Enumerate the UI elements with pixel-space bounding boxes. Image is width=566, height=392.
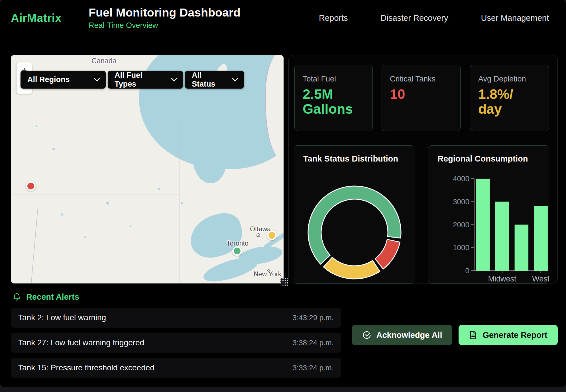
town-symbol-icon [256,233,260,237]
alert-timestamp: 3:33:24 p.m. [292,364,334,372]
stat-value: 10 [390,87,452,102]
stat-value: 2.5M Gallons [303,87,365,117]
stat-label: Total Fuel [303,75,365,83]
map-marker-normal[interactable] [232,246,242,256]
stat-label: Critical Tanks [390,75,452,83]
fuel-map[interactable]: Canada Ottawa Toronto New York + − All R… [11,55,284,283]
regional-consumption-card: Regional Consumption 01000200030004000Mi… [428,145,549,284]
nav-item-disaster-recovery[interactable]: Disaster Recovery [381,13,448,23]
status-filter-value: All Status [192,71,227,89]
map-border-line [11,195,180,195]
map-marker-warning[interactable] [267,230,277,240]
generate-report-button[interactable]: Generate Report [459,325,558,345]
main-content: AirMatrix Fuel Monitoring Dashboard Real… [0,0,566,387]
alert-timestamp: 3:38:24 p.m. [292,338,334,347]
overview-panel: Total Fuel 2.5M Gallons Critical Tanks 1… [288,55,558,283]
svg-text:West: West [532,275,549,283]
header: AirMatrix Fuel Monitoring Dashboard Real… [0,0,566,36]
tank-status-card: Tank Status Distribution [294,145,414,284]
svg-text:4000: 4000 [453,174,469,183]
stat-card-total-fuel: Total Fuel 2.5M Gallons [294,65,373,131]
page-title: Fuel Monitoring Dashboard [89,6,241,19]
map-resize-handle[interactable] [280,278,288,286]
chevron-down-icon [94,78,100,81]
alerts-header: Recent Alerts [13,292,79,302]
fuel-types-filter-value: All Fuel Types [115,71,166,89]
fuel-types-filter-dropdown[interactable]: All Fuel Types [108,71,183,89]
alert-message: Tank 27: Low fuel warning triggered [18,338,144,347]
chevron-down-icon [171,78,177,81]
nav-item-user-management[interactable]: User Management [481,13,549,23]
tank-status-donut [294,146,414,284]
fuel-monitoring-dashboard: AirMatrix Fuel Monitoring Dashboard Real… [0,0,566,392]
map-water-james-bay [192,128,227,183]
svg-text:3000: 3000 [453,197,469,206]
map-filter-row: All Regions All Fuel Types All Status [21,71,244,89]
stat-label: Avg Depletion [478,75,541,83]
brand-logo: AirMatrix [11,12,62,24]
map-label-ottawa: Ottawa [250,225,271,233]
alert-row[interactable]: Tank 2: Low fuel warning 3:43:29 p.m. [11,308,341,328]
alert-row[interactable]: Tank 27: Low fuel warning triggered 3:38… [11,333,341,353]
svg-text:1000: 1000 [453,243,469,252]
chevron-down-icon [232,78,238,81]
document-icon [469,330,477,340]
page-subtitle: Real-Time Overview [89,21,241,30]
alert-message: Tank 15: Pressure threshold exceeded [18,363,154,372]
svg-text:Midwest: Midwest [488,275,517,283]
nav-item-reports[interactable]: Reports [319,13,348,23]
map-border-line [180,122,180,283]
stat-card-avg-depletion: Avg Depletion 1.8%/ day [470,65,549,131]
acknowledge-all-label: Acknowledge All [376,330,442,340]
map-label-canada: Canada [91,57,117,65]
main-nav: Reports Disaster Recovery User Managemen… [319,13,549,23]
alert-row[interactable]: Tank 15: Pressure threshold exceeded 3:3… [11,358,341,378]
regions-filter-dropdown[interactable]: All Regions [21,71,106,89]
title-block: Fuel Monitoring Dashboard Real-Time Over… [89,6,241,30]
acknowledge-all-button[interactable]: Acknowledge All [352,325,452,345]
bell-icon [13,293,21,302]
svg-text:0: 0 [465,266,469,275]
regions-filter-value: All Regions [27,75,70,84]
alert-timestamp: 3:43:29 p.m. [292,313,334,322]
regional-consumption-bars: 01000200030004000MidwestWest [428,146,549,284]
status-filter-dropdown[interactable]: All Status [185,71,244,89]
generate-report-label: Generate Report [482,330,547,340]
city-dot-icon [267,269,270,272]
map-border-line [31,209,38,283]
alerts-title: Recent Alerts [26,292,79,302]
alert-message: Tank 2: Low fuel warning [18,313,106,322]
stat-value: 1.8%/ day [478,87,541,117]
map-label-new-york: New York [254,270,281,278]
stat-card-critical-tanks: Critical Tanks 10 [382,65,461,131]
check-circle-icon [362,330,371,340]
map-marker-critical[interactable] [26,181,36,191]
svg-text:2000: 2000 [453,220,469,229]
